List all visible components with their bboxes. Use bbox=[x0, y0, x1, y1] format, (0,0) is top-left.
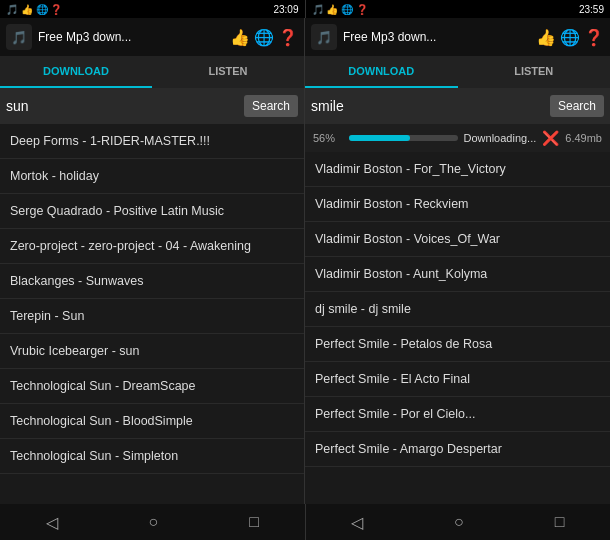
list-item[interactable]: Perfect Smile - Por el Cielo... bbox=[305, 397, 610, 432]
help-icon-right[interactable]: ❓ bbox=[584, 28, 604, 47]
song-list-left: Deep Forms - 1-RIDER-MASTER.!!! Mortok -… bbox=[0, 124, 304, 504]
list-item[interactable]: Serge Quadrado - Positive Latin Music bbox=[0, 194, 304, 229]
thumbs-up-icon-left[interactable]: 👍 bbox=[230, 28, 250, 47]
list-item[interactable]: Perfect Smile - El Acto Final bbox=[305, 362, 610, 397]
list-item[interactable]: Perfect Smile - Petalos de Rosa bbox=[305, 327, 610, 362]
globe-icon-right[interactable]: 🌐 bbox=[560, 28, 580, 47]
nav-back-left[interactable]: ◁ bbox=[36, 509, 68, 536]
song-list-right: Vladimir Boston - For_The_Victory Vladim… bbox=[305, 152, 610, 504]
help-icon-left[interactable]: ❓ bbox=[278, 28, 298, 47]
nav-back-right[interactable]: ◁ bbox=[341, 509, 373, 536]
downloading-label: Downloading... bbox=[464, 132, 537, 144]
search-button-right[interactable]: Search bbox=[550, 95, 604, 117]
nav-recent-right[interactable]: □ bbox=[545, 509, 575, 535]
nav-home-right[interactable]: ○ bbox=[444, 509, 474, 535]
nav-section-left: ◁ ○ □ bbox=[0, 504, 306, 540]
app-icon-right: 🎵 bbox=[311, 24, 337, 50]
list-item[interactable]: Zero-project - zero-project - 04 - Awake… bbox=[0, 229, 304, 264]
list-item[interactable]: Vladimir Boston - Aunt_Kolyma bbox=[305, 257, 610, 292]
tab-listen-left[interactable]: LISTEN bbox=[152, 56, 304, 88]
list-item[interactable]: Technological Sun - BloodSimple bbox=[0, 404, 304, 439]
search-button-left[interactable]: Search bbox=[244, 95, 298, 117]
app-icon-left: 🎵 bbox=[6, 24, 32, 50]
tabs-right: DOWNLOAD LISTEN bbox=[305, 56, 610, 88]
search-input-right[interactable] bbox=[311, 98, 544, 114]
app-title-right: Free Mp3 down... bbox=[343, 30, 530, 44]
tab-listen-right[interactable]: LISTEN bbox=[458, 56, 611, 88]
list-item[interactable]: Vladimir Boston - Voices_Of_War bbox=[305, 222, 610, 257]
list-item[interactable]: Mortok - holiday bbox=[0, 159, 304, 194]
list-item[interactable]: Terepin - Sun bbox=[0, 299, 304, 334]
list-item[interactable]: Deep Forms - 1-RIDER-MASTER.!!! bbox=[0, 124, 304, 159]
status-left-1: 🎵 👍 🌐 ❓ bbox=[6, 4, 62, 15]
status-time-1: 23:09 bbox=[273, 4, 298, 15]
list-item[interactable]: Vrubic Icebearger - sun bbox=[0, 334, 304, 369]
status-left-2: 🎵 👍 🌐 ❓ bbox=[312, 4, 368, 15]
globe-icon-left[interactable]: 🌐 bbox=[254, 28, 274, 47]
status-time-2: 23:59 bbox=[579, 4, 604, 15]
file-size: 6.49mb bbox=[565, 132, 602, 144]
progress-percent: 56% bbox=[313, 132, 343, 144]
list-item[interactable]: Technological Sun - Simpleton bbox=[0, 439, 304, 474]
app-title-left: Free Mp3 down... bbox=[38, 30, 224, 44]
progress-bar-container bbox=[349, 135, 458, 141]
nav-section-right: ◁ ○ □ bbox=[306, 504, 611, 540]
tab-download-left[interactable]: DOWNLOAD bbox=[0, 56, 152, 88]
nav-home-left[interactable]: ○ bbox=[139, 509, 169, 535]
list-item[interactable]: Vladimir Boston - Reckviem bbox=[305, 187, 610, 222]
cancel-button[interactable]: ❌ bbox=[542, 130, 559, 146]
list-item[interactable]: Vladimir Boston - For_The_Victory bbox=[305, 152, 610, 187]
progress-bar-fill bbox=[349, 135, 410, 141]
nav-recent-left[interactable]: □ bbox=[239, 509, 269, 535]
list-item[interactable]: dj smile - dj smile bbox=[305, 292, 610, 327]
tabs-left: DOWNLOAD LISTEN bbox=[0, 56, 304, 88]
list-item[interactable]: Technological Sun - DreamScape bbox=[0, 369, 304, 404]
tab-download-right[interactable]: DOWNLOAD bbox=[305, 56, 458, 88]
search-input-left[interactable] bbox=[6, 98, 238, 114]
list-item[interactable]: Blackanges - Sunwaves bbox=[0, 264, 304, 299]
nav-bar: ◁ ○ □ ◁ ○ □ bbox=[0, 504, 610, 540]
list-item[interactable]: Perfect Smile - Amargo Despertar bbox=[305, 432, 610, 467]
thumbs-up-icon-right[interactable]: 👍 bbox=[536, 28, 556, 47]
download-progress-bar: 56% Downloading... ❌ 6.49mb bbox=[305, 124, 610, 152]
